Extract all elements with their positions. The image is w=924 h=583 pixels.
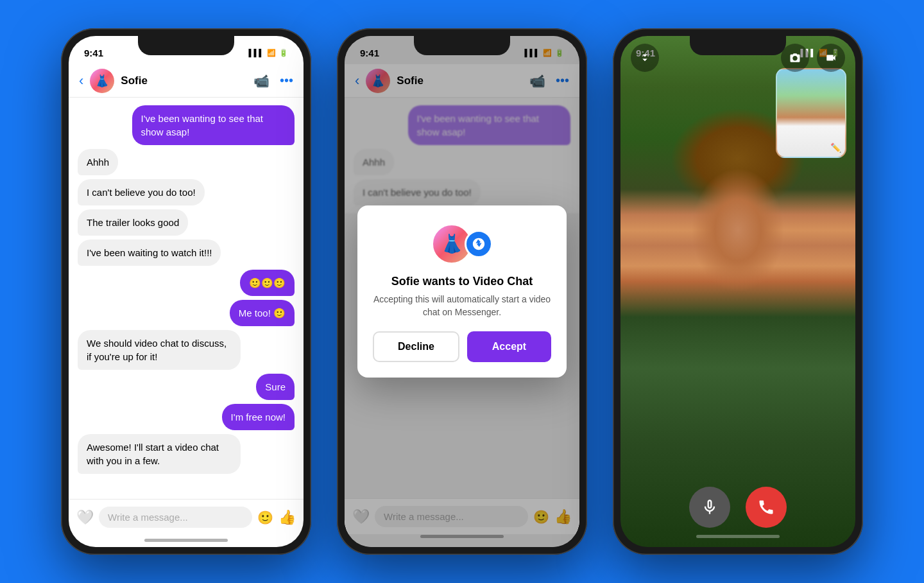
switch-camera-button[interactable] xyxy=(817,44,845,72)
msg-5: I've been waiting to watch it!!! xyxy=(78,239,221,266)
messenger-icon xyxy=(465,230,493,258)
like-button-1[interactable]: 👍 xyxy=(278,509,296,526)
wifi-icon: 📶 xyxy=(267,49,276,57)
modal-title: Sofie wants to Video Chat xyxy=(373,275,551,288)
more-button-1[interactable]: ••• xyxy=(280,73,293,88)
minimize-button[interactable] xyxy=(631,44,659,72)
accept-button[interactable]: Accept xyxy=(467,331,551,362)
msg-6: 🙂🙂🙂 xyxy=(240,270,295,296)
notch-1 xyxy=(138,36,234,55)
msg-10: I'm free now! xyxy=(222,404,295,430)
chat-area-1: I've been wanting to see that show asap!… xyxy=(69,98,304,499)
nav-bar-1: ‹ 👗 Sofie 📹 ••• xyxy=(69,64,304,98)
contact-name-1: Sofie xyxy=(121,74,247,87)
pip-video[interactable]: ✏️ xyxy=(776,68,846,158)
video-call-button-1[interactable]: 📹 xyxy=(253,73,270,89)
modal-overlay: 👗 Sofie wants to Video Chat Accepting th… xyxy=(345,36,579,547)
phone-2: 9:41 ▌▌▌ 📶 🔋 ‹ 👗 Sofie 📹 ••• I've xyxy=(337,28,587,555)
nav-actions-1: 📹 ••• xyxy=(253,73,293,89)
msg-3: I can't believe you do too! xyxy=(78,179,205,205)
phone-3: 9:41 ▌▌▌ 📶 🔋 xyxy=(613,28,863,555)
msg-4: The trailer looks good xyxy=(78,209,188,236)
msg-9: Sure xyxy=(256,374,295,400)
msg-11: Awesome! I'll start a video chat with yo… xyxy=(78,434,241,474)
battery-icon: 🔋 xyxy=(279,49,288,57)
video-chat-modal: 👗 Sofie wants to Video Chat Accepting th… xyxy=(357,205,567,378)
video-bottom-controls xyxy=(620,487,855,528)
input-bar-1: 🤍 Write a message... 🙂 👍 xyxy=(69,499,304,535)
input-placeholder-1: Write a message... xyxy=(108,512,188,523)
phone-1: 9:41 ▌▌▌ 📶 🔋 ‹ 👗 Sofie 📹 ••• xyxy=(61,28,311,555)
message-input-1[interactable]: Write a message... xyxy=(99,507,252,528)
home-indicator-1 xyxy=(144,539,228,542)
decline-button[interactable]: Decline xyxy=(373,331,459,362)
home-indicator-3 xyxy=(696,535,780,538)
mute-button[interactable] xyxy=(689,487,730,528)
heart-icon-1[interactable]: 🤍 xyxy=(76,509,94,526)
avatar-1: 👗 xyxy=(90,69,114,93)
notch-2 xyxy=(414,36,510,55)
flip-camera-button[interactable] xyxy=(781,44,809,72)
back-button-1[interactable]: ‹ xyxy=(79,73,83,89)
msg-2: Ahhh xyxy=(78,149,118,175)
top-right-controls xyxy=(781,44,845,72)
status-time-1: 9:41 xyxy=(84,48,103,58)
end-call-button[interactable] xyxy=(746,487,787,528)
modal-buttons: Decline Accept xyxy=(373,331,551,362)
modal-description: Accepting this will automatically start … xyxy=(373,293,551,318)
emoji-button-1[interactable]: 🙂 xyxy=(257,510,273,525)
msg-7: Me too! 🙂 xyxy=(230,300,295,326)
msg-8: We should video chat to discuss, if you'… xyxy=(78,330,241,370)
msg-1: I've been wanting to see that show asap! xyxy=(132,105,295,145)
status-icons-1: ▌▌▌ 📶 🔋 xyxy=(249,49,288,57)
pip-edit-icon: ✏️ xyxy=(830,143,841,153)
signal-icon: ▌▌▌ xyxy=(249,49,264,57)
modal-avatars: 👗 xyxy=(373,223,551,265)
notch-3 xyxy=(690,36,786,55)
